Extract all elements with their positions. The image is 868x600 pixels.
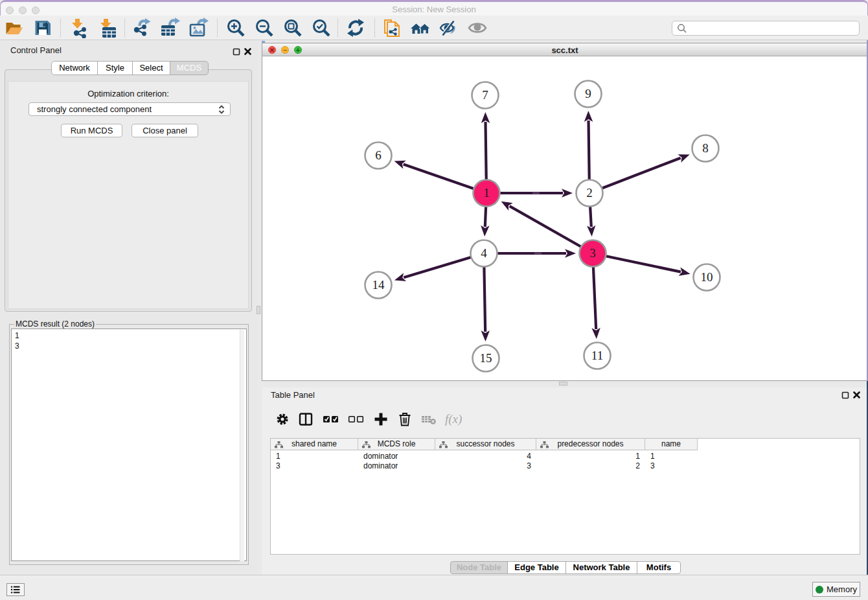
svg-text:7: 7 xyxy=(482,88,488,102)
svg-text:9: 9 xyxy=(585,87,591,100)
svg-text:4: 4 xyxy=(481,246,487,260)
svg-text:6: 6 xyxy=(375,148,382,162)
svg-text:8: 8 xyxy=(702,141,709,155)
svg-text:15: 15 xyxy=(480,351,492,365)
svg-text:14: 14 xyxy=(372,278,385,292)
svg-text:3: 3 xyxy=(589,246,596,260)
svg-text:10: 10 xyxy=(701,270,713,284)
svg-text:1: 1 xyxy=(483,186,490,200)
svg-text:11: 11 xyxy=(591,349,603,362)
svg-text:2: 2 xyxy=(586,186,593,200)
